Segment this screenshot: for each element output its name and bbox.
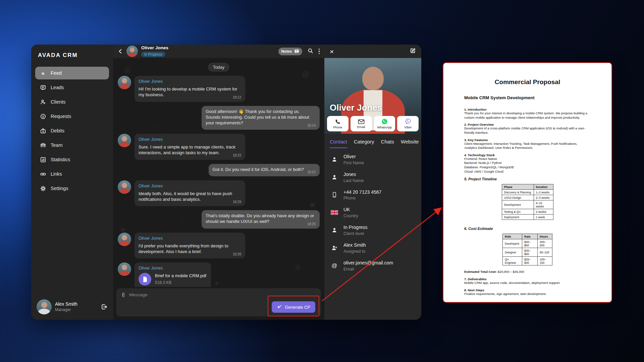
tab-contact[interactable]: Contact (330, 139, 347, 148)
more-menu-icon[interactable] (319, 49, 320, 54)
message-bubble[interactable]: Oliver Jones Hi! I'm looking to develop … (135, 76, 245, 102)
message-text: Ideally both. Also, it would be great to… (139, 191, 232, 202)
settings-icon (40, 185, 46, 192)
email-button[interactable]: Email (351, 116, 372, 131)
sidebar-item-feed[interactable]: » Feed (35, 67, 109, 79)
sidebar-item-statistics[interactable]: Statistics (35, 153, 109, 166)
sidebar-item-clients[interactable]: Clients (35, 96, 109, 108)
sidebar-item-links[interactable]: Links (35, 168, 109, 180)
field-label: Last Name (343, 178, 364, 183)
contact-fields: OliverFirst Name JonesLast Name +44 20 7… (324, 148, 421, 277)
avatar (126, 46, 138, 57)
sidebar-item-label: Team (51, 142, 62, 148)
avatar (118, 262, 131, 276)
field-value: UK (343, 207, 358, 213)
message-bubble[interactable]: Got it. Do you need it for iOS, Android,… (209, 164, 320, 176)
sparkles-icon (277, 304, 282, 310)
mobile-phone-icon (330, 191, 338, 198)
email-icon (358, 119, 365, 124)
message-time: 18:12 (233, 95, 241, 100)
sidebar-item-debits[interactable]: $ Debits (35, 124, 109, 137)
clients-icon (40, 99, 46, 105)
document-title: Commercial Proposal (464, 78, 591, 86)
message-text: Sure. I need a simple app to manage clie… (139, 144, 235, 155)
message-time: 18:22 (233, 153, 241, 158)
avatar (118, 180, 131, 194)
feed-icon: » (40, 70, 46, 76)
edit-icon[interactable] (410, 48, 416, 55)
section-key-features: 3. Key Features Client Management, Inter… (464, 138, 591, 150)
message-bubble[interactable]: Oliver Jones I'd prefer you handle every… (135, 233, 245, 259)
app-logo: AVADA CRM (35, 50, 109, 67)
sidebar-item-label: Leads (51, 85, 64, 90)
cost-heading: 6. Cost Estimate (464, 227, 591, 231)
section-body: Development of a cross-platform mobile C… (464, 126, 591, 135)
message-time: 18:35 (307, 222, 316, 226)
sidebar-item-settings[interactable]: Settings (35, 182, 109, 195)
close-icon[interactable]: × (330, 48, 334, 55)
section-heading: 2. Project Overview (464, 123, 591, 126)
section-deliverables: 7. Deliverables Mobile CRM app, source c… (464, 277, 591, 285)
search-icon[interactable] (308, 48, 313, 55)
message-sender: Oliver Jones (139, 78, 241, 84)
message-time: 18:14 (307, 123, 316, 128)
message-input[interactable]: Message Generate CP (116, 288, 321, 316)
section-project-overview: 2. Project Overview Development of a cro… (464, 123, 591, 135)
message-bubble[interactable]: That's totally doable. Do you already ha… (202, 210, 320, 228)
sidebar-item-leads[interactable]: Leads (35, 81, 109, 94)
notes-button[interactable]: Notes (278, 48, 302, 55)
date-divider: Today (208, 63, 230, 72)
field-first-name: OliverFirst Name (330, 154, 415, 165)
table-row: Developers$40–$60400–600 (503, 239, 552, 248)
sidebar-item-team[interactable]: Team (35, 139, 109, 152)
message-bubble[interactable]: Good afternoon! 👋 Thank you for contacti… (202, 106, 320, 130)
field-client-level: In ProgressClient level (330, 225, 415, 236)
section-heading: 3. Key Features (464, 138, 591, 142)
message-bubble[interactable]: Oliver Jones Brief for a mobile CRM.pdf … (135, 262, 211, 287)
message-incoming: Oliver Jones Hi! I'm looking to develop … (118, 76, 320, 102)
section-heading: 1. Introduction (464, 108, 591, 111)
message-sender: Oliver Jones (139, 136, 241, 142)
person-plus-icon (330, 245, 338, 251)
field-value: Jones (343, 172, 364, 177)
svg-text:$: $ (42, 130, 44, 133)
file-attachment[interactable]: Brief for a mobile CRM.pdf 518.3 KB (139, 273, 206, 286)
generate-cp-highlight-box: Generate CP (268, 296, 319, 316)
statistics-icon (40, 156, 46, 163)
tab-category[interactable]: Category (354, 139, 374, 148)
back-icon[interactable] (118, 49, 123, 54)
action-label: Phone (333, 125, 342, 129)
debits-icon: $ (40, 127, 46, 134)
viber-button[interactable]: Viber (397, 116, 419, 131)
viber-icon (405, 118, 411, 125)
field-phone: +44 20 7123 4567Phone (330, 189, 415, 201)
section-body: Finalize requirements, sign agreement, s… (464, 292, 591, 296)
sidebar-item-label: Statistics (51, 157, 70, 162)
phone-button[interactable]: Phone (327, 116, 348, 131)
generate-cp-button[interactable]: Generate CP (272, 301, 315, 313)
status-badge: In Progress (141, 52, 165, 57)
table-row: Deployment1 week (502, 215, 553, 220)
sidebar-nav: » Feed Leads Clients $ Requests $ Debits (35, 67, 109, 297)
logout-icon[interactable] (101, 303, 108, 310)
field-value: Alex Smith (343, 242, 366, 248)
whatsapp-button[interactable]: WhatsApp (374, 116, 395, 131)
message-bubble[interactable]: Oliver Jones Ideally both. Also, it woul… (135, 180, 245, 206)
message-text: Good afternoon! 👋 Thank you for contacti… (206, 109, 309, 125)
message-bubble[interactable]: Oliver Jones Sure. I need a simple app t… (135, 134, 245, 160)
section-body: Mobile CRM app, source code, documentati… (464, 281, 591, 285)
table-row: Designer$30–$5080–120 (503, 248, 552, 257)
tab-chats[interactable]: Chats (381, 139, 394, 148)
tab-website[interactable]: Website (401, 139, 419, 148)
message-list: ❄ ★ ❄ ♡ ○ ❄ ★ ★ ○ ♡ ❄ ❄ ★ ○ ○ ★ Today (113, 58, 324, 287)
avatar (118, 76, 131, 89)
sidebar-item-requests[interactable]: $ Requests (35, 110, 109, 123)
message-time: 18:29 (233, 200, 241, 204)
whatsapp-icon (381, 118, 388, 125)
sidebar-item-label: Settings (51, 186, 68, 191)
message-text: I'd prefer you handle everything from de… (139, 243, 228, 254)
chat-panel: Oliver Jones In Progress Notes ❄ ★ ❄ ♡ ○… (113, 45, 324, 320)
attach-icon[interactable] (120, 292, 126, 298)
notes-label: Notes (281, 49, 292, 53)
chat-bubble-icon (294, 49, 299, 54)
